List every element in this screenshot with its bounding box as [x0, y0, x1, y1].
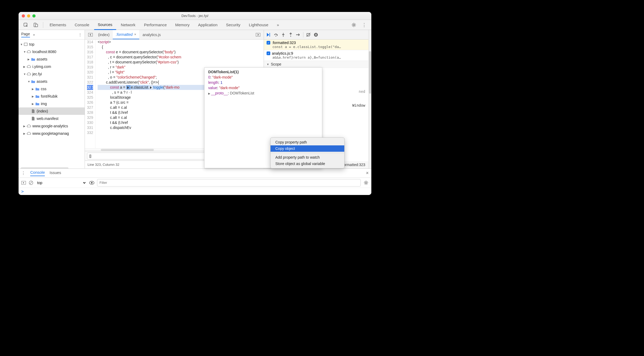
- tab-application[interactable]: Application: [194, 20, 221, 30]
- tooltip-property[interactable]: length: 1: [204, 80, 322, 85]
- context-menu: Copy property pathCopy objectAdd propert…: [270, 137, 345, 168]
- inspect-icon[interactable]: [21, 21, 30, 28]
- menu-item-copy-object[interactable]: Copy object: [271, 145, 344, 152]
- svg-rect-4: [24, 43, 27, 46]
- tab-sources[interactable]: Sources: [94, 20, 116, 30]
- console-play-icon[interactable]: [21, 180, 26, 185]
- breakpoint-item[interactable]: ✓:formatted:323const a = e.classList.tog…: [264, 40, 368, 50]
- tree-item-css[interactable]: ▶css: [19, 85, 85, 93]
- tree-item-www-googletagmanag[interactable]: ▶www.googletagmanag: [19, 130, 85, 137]
- window-title: DevTools - jec.fyi/: [181, 14, 208, 18]
- tab-performance[interactable]: Performance: [140, 20, 171, 30]
- file-tab-formatted[interactable]: :formatted×: [113, 30, 140, 39]
- folder-icon: [31, 80, 36, 83]
- file-tab-index[interactable]: (index): [95, 30, 113, 39]
- main-tabbar: ElementsConsoleSourcesNetworkPerformance…: [19, 20, 371, 30]
- svg-point-10: [290, 36, 291, 37]
- file-icon: [31, 109, 36, 113]
- console-prompt[interactable]: >: [19, 188, 371, 195]
- checkbox-icon[interactable]: ✓: [267, 41, 270, 45]
- nav-back-icon[interactable]: [86, 31, 94, 38]
- deactivate-breakpoints-icon[interactable]: [306, 32, 311, 37]
- menu-item-copy-property-path[interactable]: Copy property path: [271, 139, 344, 145]
- tree-item-assets[interactable]: ▼assets: [19, 78, 85, 85]
- device-toggle-icon[interactable]: [31, 21, 40, 28]
- svg-rect-5: [88, 33, 93, 36]
- tooltip-property[interactable]: ▶ __proto__: DOMTokenList: [204, 90, 322, 96]
- minimize-window-button[interactable]: [27, 14, 30, 18]
- console-drawer: ⋮ Console Issues × top >: [19, 168, 371, 195]
- svg-point-9: [283, 36, 284, 37]
- context-selector[interactable]: top: [36, 179, 86, 186]
- folder-icon: [31, 57, 36, 61]
- drawer-kebab-icon[interactable]: ⋮: [21, 171, 25, 176]
- close-tab-icon[interactable]: ×: [134, 32, 136, 36]
- svg-rect-6: [256, 33, 260, 36]
- tooltip-property[interactable]: 0: "dark-mode": [204, 75, 322, 80]
- menu-item-store-object-as-global-variable[interactable]: Store object as global variable: [271, 160, 344, 167]
- checkbox-icon[interactable]: ✓: [267, 51, 270, 55]
- close-window-button[interactable]: [22, 14, 25, 18]
- tab-lighthouse[interactable]: Lighthouse: [245, 20, 272, 30]
- vertical-scrollbar[interactable]: [369, 51, 371, 94]
- file-tab-analyticsjs[interactable]: analytics.js: [139, 30, 164, 39]
- issues-drawer-tab[interactable]: Issues: [50, 170, 61, 176]
- tree-item--index-[interactable]: (index): [19, 107, 85, 115]
- tree-item-web-manifest[interactable]: web.manifest: [19, 115, 85, 122]
- tree-item-localhost-8080[interactable]: ▼localhost:8080: [19, 48, 85, 55]
- drawer-tabs: ⋮ Console Issues ×: [19, 169, 371, 178]
- more-sidebar-tabs[interactable]: »: [33, 33, 35, 37]
- svg-rect-7: [269, 33, 270, 37]
- kebab-menu-icon[interactable]: ⋮: [360, 21, 369, 29]
- tree-item-font-Rubik[interactable]: ▶font/Rubik: [19, 93, 85, 100]
- tab-network[interactable]: Network: [117, 20, 139, 30]
- folder-icon: [35, 94, 40, 98]
- svg-point-11: [296, 34, 297, 35]
- sidebar: Page » ⋮ ▼top▼localhost:8080▶assets▶i.yt…: [19, 30, 85, 168]
- cloud-icon: [27, 50, 31, 54]
- console-filter-input[interactable]: [97, 179, 361, 186]
- pause-exceptions-icon[interactable]: [314, 32, 318, 37]
- tree-item-img[interactable]: ▶img: [19, 100, 85, 107]
- tree-item-www-google-analytics[interactable]: ▶www.google-analytics: [19, 122, 85, 130]
- svg-point-18: [91, 182, 93, 184]
- svg-point-19: [365, 182, 367, 184]
- menu-item-add-property-path-to-watch[interactable]: Add property path to watch: [271, 154, 344, 160]
- close-drawer-icon[interactable]: ×: [366, 170, 369, 176]
- code-horizontal-scrollbar[interactable]: [101, 149, 154, 151]
- titlebar: DevTools - jec.fyi/: [19, 12, 371, 20]
- page-tab[interactable]: Page: [21, 32, 30, 37]
- more-tabs-button[interactable]: »: [273, 20, 283, 30]
- step-icon[interactable]: [296, 32, 301, 37]
- step-over-icon[interactable]: [273, 32, 278, 37]
- nav-forward-icon[interactable]: [254, 31, 262, 38]
- zoom-window-button[interactable]: [32, 14, 36, 18]
- breakpoint-item[interactable]: ✓analytics.js:9a&&a.href}return a},B=fun…: [264, 50, 368, 61]
- tree-item-jec-fyi[interactable]: ▼jec.fyi: [19, 70, 85, 78]
- file-tree: ▼top▼localhost:8080▶assets▶i.ytimg.com▼j…: [19, 40, 85, 166]
- resume-icon[interactable]: [266, 32, 271, 37]
- tree-item-assets[interactable]: ▶assets: [19, 55, 85, 63]
- step-into-icon[interactable]: [281, 32, 286, 37]
- tab-console[interactable]: Console: [71, 20, 93, 30]
- file-tabs: (index):formatted×analytics.js: [85, 30, 264, 40]
- devtools-window: DevTools - jec.fyi/ ElementsConsoleSourc…: [19, 12, 371, 195]
- tab-security[interactable]: Security: [222, 20, 244, 30]
- tab-elements[interactable]: Elements: [46, 20, 70, 30]
- step-out-icon[interactable]: [288, 32, 293, 37]
- clear-console-icon[interactable]: [29, 180, 33, 185]
- live-expression-icon[interactable]: [89, 181, 94, 185]
- file-icon: [31, 116, 36, 121]
- scope-header[interactable]: ▼Scope: [264, 61, 368, 68]
- cloud-icon: [27, 65, 31, 68]
- tooltip-property[interactable]: value: "dark-mode": [204, 85, 322, 90]
- settings-icon[interactable]: [349, 21, 359, 29]
- tab-memory[interactable]: Memory: [172, 20, 193, 30]
- sidebar-kebab-icon[interactable]: ⋮: [78, 33, 82, 37]
- console-drawer-tab[interactable]: Console: [30, 170, 45, 176]
- svg-point-12: [314, 33, 318, 37]
- tree-item-top[interactable]: ▼top: [19, 41, 85, 48]
- tree-item-i-ytimg-com[interactable]: ▶i.ytimg.com: [19, 63, 85, 70]
- console-settings-icon[interactable]: [363, 180, 369, 185]
- cloud-icon: [27, 72, 31, 76]
